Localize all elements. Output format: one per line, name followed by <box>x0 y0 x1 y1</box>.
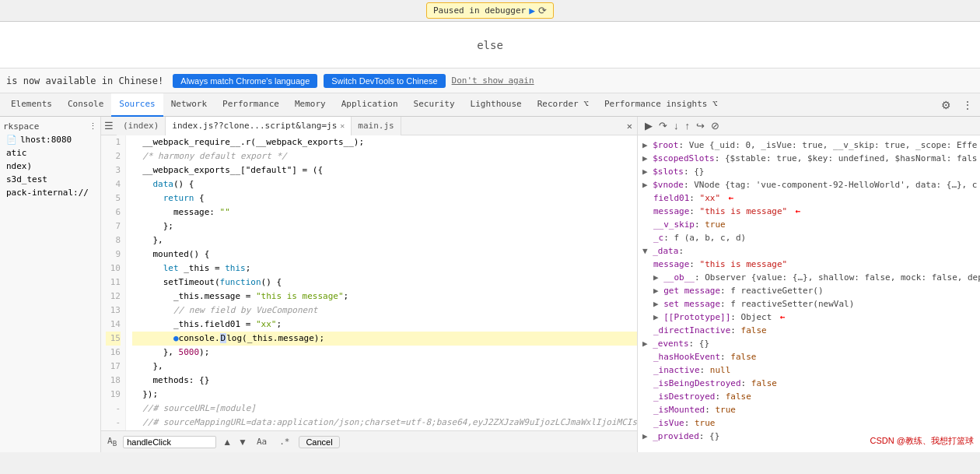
tab-security[interactable]: Security <box>406 93 463 117</box>
file-label: atic <box>6 148 27 158</box>
step-over-button[interactable]: ↷ <box>656 120 670 132</box>
close-panel-icon[interactable]: ✕ <box>622 121 637 132</box>
match-case-button[interactable]: Aa <box>254 436 270 448</box>
step-icon[interactable]: ⟳ <box>538 5 547 16</box>
next-match-button[interactable]: ▼ <box>238 437 247 448</box>
scope-line: _isDestroyed: false <box>642 390 975 403</box>
scope-line: ▶ $vnode: VNode {tag: 'vue-component-92-… <box>642 178 975 191</box>
code-line: _this.message = "this is message"; <box>132 290 637 304</box>
step-into-button[interactable]: ↓ <box>671 120 681 132</box>
scope-line: ▶ set message: f reactiveSetter(newVal) <box>642 297 975 311</box>
code-line: }, <box>132 233 637 248</box>
scope-line: ▶ $scopedSlots: {$stable: true, $key: un… <box>642 152 975 165</box>
code-line: message: "" <box>132 205 637 219</box>
code-line: /* harmony default export */ <box>132 149 637 163</box>
dont-show-link[interactable]: Don't show again <box>452 75 534 86</box>
step-out-button[interactable]: ↑ <box>683 120 693 132</box>
tab-performance-insights[interactable]: Performance insights ⌥ <box>597 93 726 117</box>
scope-line: ▶ __ob__: Observer {value: {…}, shallow:… <box>642 271 975 284</box>
sidebar-item-s3d[interactable]: s3d_test <box>0 173 100 186</box>
code-line: }, <box>132 360 637 374</box>
paused-badge: Paused in debugger ▶ ⟳ <box>426 2 554 19</box>
regex-button[interactable]: .* <box>276 436 292 448</box>
sidebar-item-ndex[interactable]: ndex) <box>0 160 100 173</box>
webpage-text: else <box>477 39 503 51</box>
tab-close-icon[interactable]: ✕ <box>340 121 345 130</box>
file-label: pack-internal:// <box>6 188 89 198</box>
line-numbers: 12345 678910 1112131415 16171819 --20 <box>101 135 126 430</box>
scope-line: _hasHookEvent: false <box>642 350 975 363</box>
scope-line: ▶ get message: f reactiveGetter() <box>642 284 975 297</box>
tab-application[interactable]: Application <box>334 93 406 117</box>
code-line: //# sourceMappingURL=data:application/js… <box>132 416 637 430</box>
file-tree-header: rkspace ⋮ <box>0 120 100 133</box>
debugger-toolbar: ▶ ↷ ↓ ↑ ↪ ⊘ <box>638 117 980 135</box>
code-line: __webpack_require__.r(__webpack_exports_… <box>132 135 637 149</box>
webpage-preview: else <box>0 22 980 68</box>
code-line: __webpack_exports__["default"] = ({ <box>132 163 637 177</box>
tab-recorder[interactable]: Recorder ⌥ <box>530 93 597 117</box>
sidebar-item-atic[interactable]: atic <box>0 146 100 160</box>
scope-line: ▶ [[Prototype]]: Object ← <box>642 311 975 324</box>
tab-indexjs-label: index.js??clone...script&lang=js <box>172 121 337 131</box>
code-editor[interactable]: 12345 678910 1112131415 16171819 --20 __… <box>101 135 637 430</box>
tab-console[interactable]: Console <box>60 93 111 117</box>
scope-line: _isVue: true <box>642 416 975 430</box>
sidebar-item-pack[interactable]: pack-internal:// <box>0 186 100 199</box>
resume-icon[interactable]: ▶ <box>529 5 535 16</box>
file-icon: 📄 <box>6 135 17 145</box>
scope-line: ▼ _data: <box>642 244 975 258</box>
resume-button[interactable]: ▶ <box>642 120 655 132</box>
step-button[interactable]: ↪ <box>694 120 707 132</box>
code-line: // new field by VueComponent <box>132 304 637 318</box>
scope-line: _c: f (a, b, c, d) <box>642 231 975 244</box>
cancel-search-button[interactable]: Cancel <box>299 436 339 448</box>
tab-index[interactable]: (index) <box>117 117 166 135</box>
tab-sources[interactable]: Sources <box>111 93 163 117</box>
tab-performance[interactable]: Performance <box>215 93 287 117</box>
workspace-label: rkspace <box>3 121 39 132</box>
debugger-scope-content[interactable]: ▶ $root: Vue {_uid: 0, _isVue: true, __v… <box>638 135 980 452</box>
scope-line: ▶ $slots: {} <box>642 165 975 178</box>
file-label: lhost:8080 <box>20 135 72 145</box>
editor-nav-icon[interactable]: ☰ <box>101 120 117 132</box>
scope-line: __v_skip: true <box>642 218 975 231</box>
search-input[interactable] <box>123 436 216 448</box>
code-line: mounted() { <box>132 248 637 262</box>
file-tree-more[interactable]: ⋮ <box>89 121 97 132</box>
switch-devtools-button[interactable]: Switch DevTools to Chinese <box>324 74 445 88</box>
scope-line: field01: "xx" ← <box>642 191 975 205</box>
paused-debugger-bar: Paused in debugger ▶ ⟳ <box>0 0 980 22</box>
code-line: }; <box>132 219 637 233</box>
settings-button[interactable]: ⚙ <box>937 97 955 113</box>
lang-notification-bar: is now available in Chinese! Always matc… <box>0 68 980 93</box>
scope-line: message: "this is message" ← <box>642 205 975 218</box>
deactivate-button[interactable]: ⊘ <box>709 120 722 132</box>
tab-network[interactable]: Network <box>163 93 215 117</box>
file-tree-panel: rkspace ⋮ 📄 lhost:8080 atic ndex) s3d_te… <box>0 117 101 452</box>
code-line: let _this = this; <box>132 262 637 276</box>
scope-line: ▶ $root: Vue {_uid: 0, _isVue: true, __v… <box>642 139 975 152</box>
csdn-watermark: CSDN @教练、我想打篮球 <box>870 435 974 447</box>
tab-index-js[interactable]: index.js??clone...script&lang=js ✕ <box>166 117 352 135</box>
code-line: _this.field01 = "xx"; <box>132 318 637 332</box>
main-area: rkspace ⋮ 📄 lhost:8080 atic ndex) s3d_te… <box>0 117 980 452</box>
code-line: //# sourceURL=[module] <box>132 402 637 416</box>
tab-elements[interactable]: Elements <box>3 93 60 117</box>
tab-lighthouse[interactable]: Lighthouse <box>463 93 530 117</box>
scope-line: ▶ _events: {} <box>642 337 975 350</box>
prev-match-button[interactable]: ▲ <box>222 437 232 448</box>
devtools-tabs: Elements Console Sources Network Perform… <box>0 93 980 117</box>
sidebar-item-index[interactable]: 📄 lhost:8080 <box>0 133 100 146</box>
scope-line: _isBeingDestroyed: false <box>642 377 975 390</box>
code-line: return { <box>132 191 637 205</box>
tab-memory[interactable]: Memory <box>287 93 334 117</box>
more-button[interactable]: ⋮ <box>958 97 977 113</box>
tab-main-js[interactable]: main.js <box>352 117 401 135</box>
tab-index-label: (index) <box>123 121 159 131</box>
code-line: }, 5000); <box>132 346 637 360</box>
match-language-button[interactable]: Always match Chrome's language <box>173 74 317 88</box>
editor-area: ☰ (index) index.js??clone...script&lang=… <box>101 117 638 452</box>
scope-line: _inactive: null <box>642 363 975 377</box>
scope-line: _isMounted: true <box>642 403 975 416</box>
